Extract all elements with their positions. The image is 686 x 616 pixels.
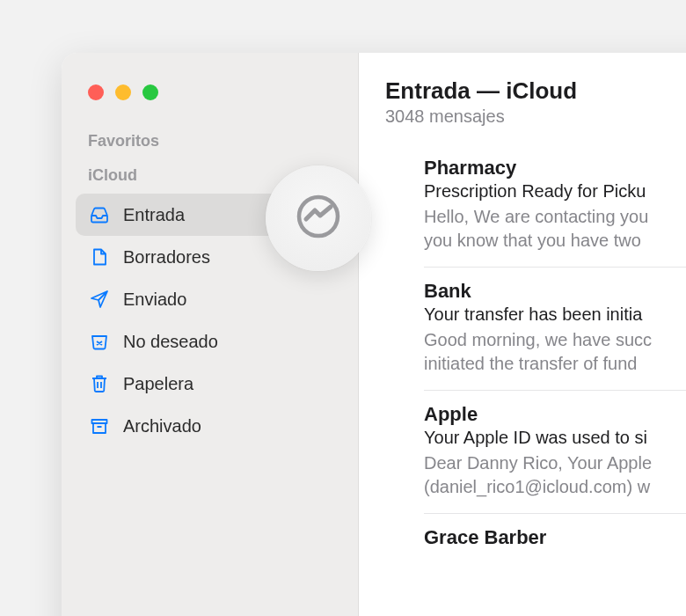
message-row[interactable]: Apple Your Apple ID was used to si Dear … xyxy=(424,391,686,514)
close-window-button[interactable] xyxy=(88,84,104,100)
sidebar-item-archive[interactable]: Archivado xyxy=(76,405,344,447)
mail-window: Favoritos iCloud Entrada Borradores Envi xyxy=(62,53,686,616)
favorites-section-label: Favoritos xyxy=(76,125,344,159)
sidebar-item-label: Enviado xyxy=(123,290,186,310)
sidebar-item-trash[interactable]: Papelera xyxy=(76,363,344,405)
paper-plane-icon xyxy=(88,288,111,311)
sidebar-item-sent[interactable]: Enviado xyxy=(76,278,344,320)
minimize-window-button[interactable] xyxy=(115,84,131,100)
archive-icon xyxy=(88,414,111,437)
message-row[interactable]: Bank Your transfer has been initia Good … xyxy=(424,268,686,391)
message-sender: Pharmacy xyxy=(424,157,686,180)
message-subject: Your transfer has been initia xyxy=(424,304,686,325)
sidebar-item-label: Borradores xyxy=(123,247,210,268)
sidebar-item-label: Archivado xyxy=(123,416,201,436)
messenger-notification-badge[interactable] xyxy=(266,165,371,271)
message-subject: Your Apple ID was used to si xyxy=(424,428,686,448)
message-sender: Grace Barber xyxy=(424,526,686,549)
sidebar: Favoritos iCloud Entrada Borradores Envi xyxy=(62,53,359,616)
message-sender: Apple xyxy=(424,403,686,426)
message-list: Pharmacy Prescription Ready for Picku He… xyxy=(385,157,686,563)
message-row[interactable]: Pharmacy Prescription Ready for Picku He… xyxy=(424,157,686,268)
fullscreen-window-button[interactable] xyxy=(142,84,158,100)
message-sender: Bank xyxy=(424,280,686,303)
sidebar-item-label: Entrada xyxy=(123,205,185,225)
inbox-icon xyxy=(88,203,111,226)
trash-icon xyxy=(88,372,111,395)
junk-icon xyxy=(88,330,111,353)
message-count: 3048 mensajes xyxy=(385,106,686,127)
window-controls xyxy=(76,79,344,100)
message-row[interactable]: Grace Barber xyxy=(424,514,686,563)
inbox-title: Entrada — iCloud xyxy=(385,77,686,105)
message-preview: Hello, We are contacting youyou know tha… xyxy=(424,205,686,253)
sidebar-item-label: No deseado xyxy=(123,332,218,352)
sidebar-item-junk[interactable]: No deseado xyxy=(76,320,344,363)
document-icon xyxy=(88,246,111,268)
message-subject: Prescription Ready for Picku xyxy=(424,181,686,202)
message-preview: Dear Danny Rico, Your Apple(daniel_rico1… xyxy=(424,451,686,499)
messenger-icon xyxy=(294,192,343,245)
message-list-pane: Entrada — iCloud 3048 mensajes Pharmacy … xyxy=(359,53,686,616)
sidebar-item-label: Papelera xyxy=(123,374,193,394)
message-preview: Good morning, we have succinitiated the … xyxy=(424,328,686,376)
